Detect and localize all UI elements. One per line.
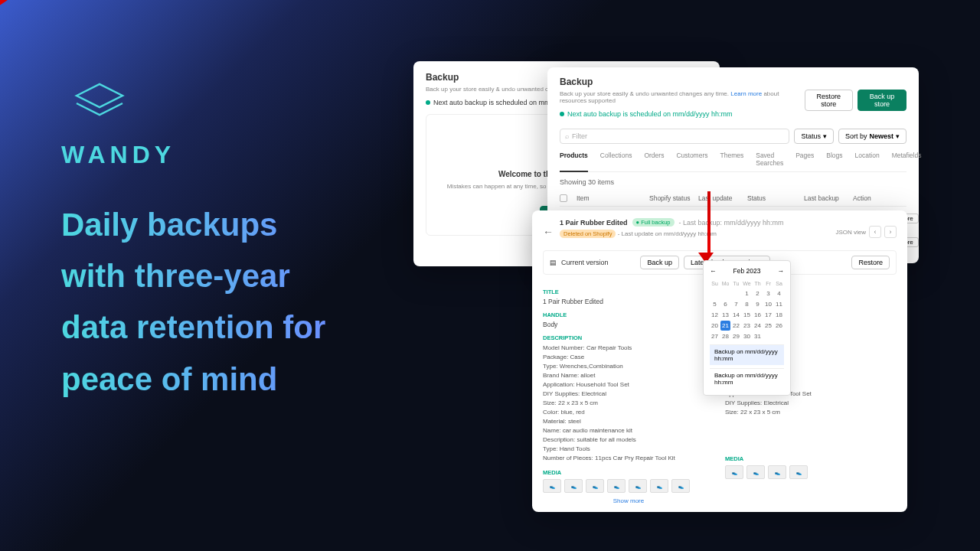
json-view-toggle[interactable]: JSON view [835,229,866,236]
calendar-day[interactable]: 16 [753,310,763,320]
calendar-day[interactable]: 8 [742,299,752,309]
calendar-day[interactable]: 14 [731,310,741,320]
deleted-badge: Deleted on Shopify [560,230,616,238]
calendar-day [731,289,741,298]
calendar-day[interactable]: 13 [720,310,730,320]
tab-saved-searches[interactable]: Saved Searches [756,152,783,167]
calendar-day[interactable]: 30 [742,331,752,341]
calendar-day[interactable]: 9 [753,299,763,309]
item-count: Showing 30 items [560,178,906,186]
next-month-icon[interactable]: → [777,267,784,275]
media-thumbnail[interactable]: 👟 [629,479,647,493]
tab-products[interactable]: Products [560,152,588,172]
media-thumbnail[interactable]: 👟 [650,479,668,493]
restore-button[interactable]: Restore [851,256,890,269]
calendar-day[interactable]: 31 [753,331,763,341]
tab-pages[interactable]: Pages [795,152,814,167]
tab-customers[interactable]: Customers [676,152,707,167]
prev-button[interactable]: ‹ [869,226,881,238]
learn-more-link[interactable]: Learn more [730,90,762,97]
backup-store-button[interactable]: Back up store [858,90,906,111]
prev-month-icon[interactable]: ← [710,267,717,275]
show-more-link[interactable]: Show more [543,497,714,504]
status-filter-button[interactable]: Status▾ [794,129,834,144]
headline-text: Daily backups with three-year data reten… [61,199,337,405]
item-title: 1 Pair Rubber Edited [560,219,628,227]
calendar-day[interactable]: 23 [742,321,752,331]
backup-option[interactable]: Backup on mm/dd/yyyy hh:mm [710,368,784,389]
version-indicator-icon: ▤ [550,259,557,266]
brand-name: WANDY [61,141,175,169]
calendar-day[interactable]: 18 [774,310,784,320]
last-backup-label: - Last backup: mm/dd/yyyy hh:mm [679,219,784,227]
tab-metafields[interactable]: Metafields [892,152,922,167]
calendar-day[interactable]: 6 [720,299,730,309]
tab-location[interactable]: Location [855,152,880,167]
media-thumbnail[interactable]: 👟 [564,479,583,493]
media-thumbnail[interactable]: 👟 [543,479,561,493]
calendar-day[interactable]: 26 [774,321,784,331]
date-picker[interactable]: ← Feb 2023 → SuMoTuWeThFrSa1234567891011… [703,260,791,396]
sort-button[interactable]: Sort by Newest▾ [838,129,906,144]
calendar-day[interactable]: 21 [720,321,730,331]
backup-button[interactable]: Back up [640,256,679,269]
media-thumbnail[interactable]: 👟 [768,465,786,479]
tab-collections[interactable]: Collections [600,152,632,167]
calendar-day[interactable]: 17 [763,310,773,320]
calendar-day [774,331,784,341]
calendar-day[interactable]: 24 [753,321,763,331]
panel2-sub: Back up your store easily & undo unwante… [560,90,805,104]
chevron-down-icon: ▾ [823,132,827,140]
calendar-day [720,289,730,298]
backup-option-selected[interactable]: Backup on mm/dd/yyyy hh:mm [710,344,784,365]
calendar-day[interactable]: 15 [742,310,752,320]
search-icon: ⌕ [565,132,569,140]
table-header: Item Shopify status Last update Status L… [560,191,906,207]
media-thumbnail[interactable]: 👟 [789,465,808,479]
calendar-day[interactable]: 5 [710,299,720,309]
calendar-day[interactable]: 1 [742,289,752,298]
calendar-day[interactable]: 20 [710,321,720,331]
media-thumbnail[interactable]: 👟 [671,479,690,493]
media-thumbnail[interactable]: 👟 [725,465,743,479]
arrow-icon [704,191,714,263]
calendar-day[interactable]: 29 [731,331,741,341]
full-backup-badge: ● Full backup [632,218,675,227]
calendar-day[interactable]: 2 [753,289,763,298]
next-button[interactable]: › [884,226,897,238]
status-dot-icon [560,112,564,116]
calendar-day[interactable]: 25 [763,321,773,331]
chevron-down-icon: ▾ [896,132,900,140]
schedule-info-2: Next auto backup is scheduled on mm/dd/y… [560,110,805,118]
wandy-logo-icon [61,69,138,122]
media-thumbnail[interactable]: 👟 [586,479,604,493]
media-thumbnail[interactable]: 👟 [607,479,626,493]
calendar-day[interactable]: 4 [774,289,784,298]
back-arrow-icon[interactable]: ← [543,226,554,238]
calendar-day [710,289,720,298]
restore-store-button[interactable]: Restore store [805,90,853,111]
calendar-day [763,331,773,341]
calendar-day[interactable]: 28 [720,331,730,341]
status-dot-icon [426,100,430,105]
tab-blogs[interactable]: Blogs [826,152,842,167]
filter-input[interactable]: ⌕ Filter [560,129,789,144]
current-col: TITLE 1 Pair Rubber Edited HANDLE Body D… [543,282,714,504]
media-thumbnail[interactable]: 👟 [746,465,765,479]
calendar-day[interactable]: 27 [710,331,720,341]
calendar-day[interactable]: 3 [763,289,773,298]
brand-block: WANDY [61,69,175,169]
arrow-icon [0,0,980,12]
calendar-day[interactable]: 7 [731,299,741,309]
tab-themes[interactable]: Themes [720,152,744,167]
resource-tabs: ProductsCollectionsOrdersCustomersThemes… [560,152,906,172]
tab-orders[interactable]: Orders [644,152,664,167]
calendar-day[interactable]: 22 [731,321,741,331]
panel2-title: Backup [560,77,805,87]
calendar-day[interactable]: 12 [710,310,720,320]
calendar-day[interactable]: 11 [774,299,784,309]
select-all-checkbox[interactable] [560,194,567,202]
calendar-day[interactable]: 10 [763,299,773,309]
calendar-month: Feb 2023 [733,267,761,275]
current-version-label: Current version [561,259,609,266]
